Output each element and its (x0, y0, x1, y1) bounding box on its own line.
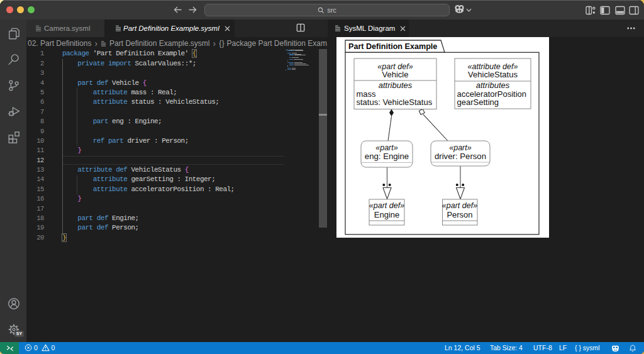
svg-text:Person: Person (447, 210, 472, 219)
svg-text:VehicleStatus: VehicleStatus (468, 70, 518, 79)
svg-text:status: VehicleStatus: status: VehicleStatus (357, 97, 433, 107)
svg-text:attributes: attributes (476, 80, 510, 90)
svg-text:Vehicle: Vehicle (382, 70, 409, 79)
svg-text:attributes: attributes (379, 80, 413, 90)
svg-text:«part def»: «part def» (369, 201, 404, 210)
svg-text:Engine: Engine (374, 210, 399, 219)
svg-text:eng: Engine: eng: Engine (365, 152, 409, 161)
svg-text:«part def»: «part def» (442, 201, 477, 210)
svg-text:Part Definition Example: Part Definition Example (348, 42, 437, 51)
svg-text:driver: Person: driver: Person (435, 152, 486, 161)
svg-text:gearSetting: gearSetting (457, 97, 499, 107)
